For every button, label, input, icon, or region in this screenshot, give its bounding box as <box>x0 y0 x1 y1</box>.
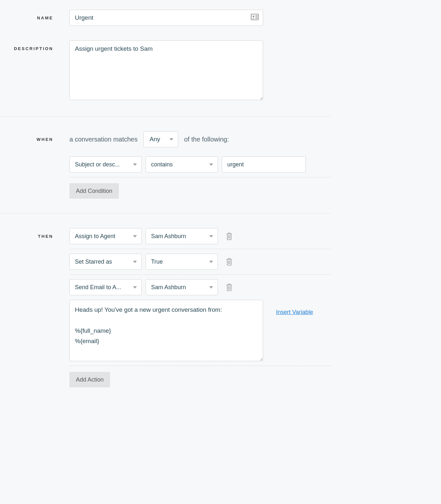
when-section: WHEN a conversation matches Any of the f… <box>0 131 331 214</box>
chevron-down-icon <box>209 235 213 237</box>
add-action-button[interactable]: Add Action <box>69 372 110 387</box>
condition-operator-select[interactable]: contains <box>146 156 218 173</box>
chevron-down-icon <box>133 261 137 263</box>
insert-variable-link[interactable]: Insert Variable <box>276 309 313 316</box>
action-row: Set Starred as True <box>69 254 331 275</box>
name-section: NAME <box>0 10 331 40</box>
action-value-select[interactable]: Sam Ashburn <box>146 279 218 295</box>
action-row: Send Email to A... Sam Ashburn <box>69 279 331 300</box>
condition-operator-value: contains <box>151 161 173 168</box>
match-type-select[interactable]: Any <box>143 131 178 147</box>
chevron-down-icon <box>209 261 213 263</box>
action-type-value: Assign to Agent <box>75 233 115 240</box>
when-prefix-text: a conversation matches <box>69 136 138 143</box>
svg-point-1 <box>253 16 254 17</box>
action-type-select[interactable]: Set Starred as <box>69 254 142 270</box>
add-condition-button[interactable]: Add Condition <box>69 183 119 199</box>
action-value-text: Sam Ashburn <box>151 233 186 240</box>
description-textarea[interactable] <box>69 40 263 100</box>
when-label: WHEN <box>36 137 53 142</box>
action-type-value: Set Starred as <box>75 258 112 265</box>
action-value-select[interactable]: Sam Ashburn <box>146 228 218 244</box>
action-type-select[interactable]: Send Email to A... <box>69 279 142 295</box>
condition-field-select[interactable]: Subject or desc... <box>69 156 142 173</box>
condition-field-value: Subject or desc... <box>75 161 120 168</box>
action-value-text: True <box>151 258 163 265</box>
name-label: NAME <box>37 16 53 20</box>
description-label: DESCRIPTION <box>14 46 53 51</box>
chevron-down-icon <box>133 286 137 289</box>
action-row: Assign to Agent Sam Ashburn <box>69 228 331 249</box>
trash-icon <box>226 232 233 240</box>
description-section: DESCRIPTION <box>0 40 331 117</box>
action-value-select[interactable]: True <box>146 254 218 270</box>
delete-action-button[interactable] <box>224 256 234 267</box>
email-body-row: Insert Variable <box>69 300 331 366</box>
chevron-down-icon <box>133 235 137 237</box>
email-body-textarea[interactable] <box>69 300 263 361</box>
trash-icon <box>226 257 233 266</box>
action-value-text: Sam Ashburn <box>151 284 186 291</box>
action-type-value: Send Email to A... <box>75 284 121 291</box>
chevron-down-icon <box>209 163 213 166</box>
delete-action-button[interactable] <box>224 231 234 242</box>
trash-icon <box>226 283 233 291</box>
chevron-down-icon <box>209 286 213 289</box>
when-suffix-text: of the following: <box>184 136 229 143</box>
delete-action-button[interactable] <box>224 282 234 293</box>
condition-value-input[interactable] <box>222 156 306 173</box>
then-section: THEN Assign to Agent Sam Ashburn <box>0 228 331 402</box>
action-type-select[interactable]: Assign to Agent <box>69 228 142 244</box>
match-type-value: Any <box>149 136 160 143</box>
then-label: THEN <box>38 234 53 239</box>
chevron-down-icon <box>133 163 137 166</box>
chevron-down-icon <box>169 138 173 141</box>
condition-row: Subject or desc... contains <box>69 156 331 177</box>
name-input[interactable] <box>69 10 263 26</box>
id-badge-icon <box>251 14 259 22</box>
